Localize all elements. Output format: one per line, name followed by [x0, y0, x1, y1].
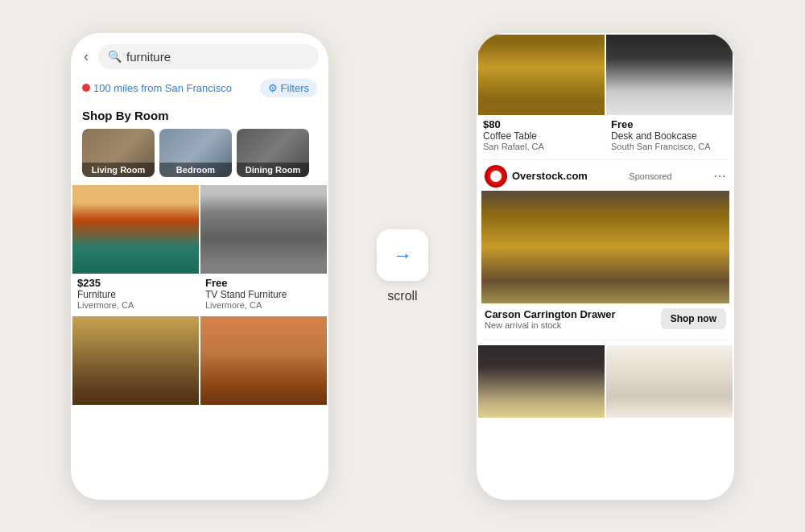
listing-name-coffee: Coffee Table — [483, 130, 600, 142]
scroll-icon-box[interactable]: → — [377, 229, 428, 281]
location-filter-row: 100 miles from San Francisco ⚙ Filters — [71, 76, 328, 104]
shop-by-room-section: Shop By Room Living Room Bedroom Dining … — [71, 104, 328, 184]
bottom-cell-bedroom[interactable] — [606, 345, 733, 418]
product-info-tvstand: Free TV Stand Furniture Livermore, CA — [200, 274, 327, 315]
location-dot-icon — [82, 84, 90, 92]
shop-by-room-title: Shop By Room — [82, 109, 317, 122]
ad-product-details: Carson Carrington Drawer New arrival in … — [485, 308, 616, 330]
listing-price-desk: Free — [611, 118, 728, 130]
product-cell-tvstand[interactable]: Free TV Stand Furniture Livermore, CA — [200, 185, 327, 315]
scene: ‹ 🔍 furniture 100 miles from San Francis… — [0, 0, 805, 532]
room-cards: Living Room Bedroom Dining Room — [82, 129, 317, 177]
listing-name-desk: Desk and Bookcase — [611, 130, 728, 142]
filters-button[interactable]: ⚙ Filters — [260, 79, 317, 97]
product-cell-sofa[interactable]: $235 Furniture Livermore, CA — [72, 185, 199, 315]
sponsor-header: Overstock.com Sponsored ⋯ — [481, 165, 729, 191]
product-name-tvstand: TV Stand Furniture — [205, 289, 322, 300]
shop-now-button[interactable]: Shop now — [661, 308, 726, 329]
listing-info-desk: Free Desk and Bookcase South San Francis… — [606, 115, 733, 155]
product-price-tvstand: Free — [205, 277, 322, 289]
ad-footer: Carson Carrington Drawer New arrival in … — [481, 303, 729, 335]
filter-icon: ⚙ — [268, 82, 278, 94]
arrow-right-icon: → — [393, 244, 412, 266]
search-text: furniture — [126, 50, 171, 64]
search-icon: 🔍 — [108, 50, 122, 63]
search-box[interactable]: 🔍 furniture — [98, 44, 319, 69]
listing-info-coffee: $80 Coffee Table San Rafael, CA — [478, 115, 605, 155]
overstock-logo — [485, 165, 507, 188]
listing-loc-desk: South San Francisco, CA — [611, 142, 728, 151]
listing-grid: $80 Coffee Table San Rafael, CA Free Des… — [477, 33, 734, 156]
product-cell-chandelier[interactable] — [72, 316, 199, 405]
ad-product-name: Carson Carrington Drawer — [485, 308, 616, 320]
search-bar-row: ‹ 🔍 furniture — [71, 33, 328, 76]
sponsor-left: Overstock.com — [485, 165, 588, 188]
ad-product-image[interactable] — [481, 191, 729, 303]
listing-cell-coffee[interactable]: $80 Coffee Table San Rafael, CA — [478, 35, 605, 155]
more-dots-icon[interactable]: ⋯ — [713, 168, 726, 184]
product-price-sofa: $235 — [77, 277, 194, 289]
scroll-button-wrap[interactable]: → scroll — [377, 229, 428, 303]
room-card-dining[interactable]: Dining Room — [237, 129, 309, 177]
left-phone: ‹ 🔍 furniture 100 miles from San Francis… — [71, 33, 328, 500]
product-location-sofa: Livermore, CA — [77, 300, 194, 310]
listing-loc-coffee: San Rafael, CA — [483, 142, 600, 151]
back-button[interactable]: ‹ — [80, 47, 92, 67]
filters-label: Filters — [281, 82, 309, 94]
room-living-label: Living Room — [82, 163, 155, 177]
location-text: 100 miles from San Francisco — [93, 82, 232, 94]
product-grid: $235 Furniture Livermore, CA Free TV Sta… — [71, 184, 328, 406]
bottom-grid — [477, 344, 734, 419]
room-card-living[interactable]: Living Room — [82, 129, 155, 177]
product-cell-table2[interactable] — [200, 316, 327, 405]
right-phone: $80 Coffee Table San Rafael, CA Free Des… — [477, 33, 734, 500]
bottom-cell-kitchen[interactable] — [478, 345, 605, 418]
overstock-inner-circle — [490, 171, 502, 182]
room-bedroom-label: Bedroom — [159, 163, 232, 177]
room-card-bedroom[interactable]: Bedroom — [159, 129, 232, 177]
room-dining-label: Dining Room — [237, 163, 309, 177]
product-info-sofa: $235 Furniture Livermore, CA — [72, 274, 199, 315]
sponsored-badge: Sponsored — [629, 171, 671, 181]
product-location-tvstand: Livermore, CA — [205, 300, 322, 310]
ad-product-sub: New arrival in stock — [485, 320, 616, 330]
sponsor-name: Overstock.com — [512, 170, 588, 182]
product-name-sofa: Furniture — [77, 289, 194, 300]
listing-cell-desk[interactable]: Free Desk and Bookcase South San Francis… — [606, 35, 733, 155]
scroll-label: scroll — [387, 289, 417, 303]
location-label[interactable]: 100 miles from San Francisco — [82, 82, 232, 94]
sponsored-section: Overstock.com Sponsored ⋯ Carson Carring… — [481, 159, 729, 340]
listing-price-coffee: $80 — [483, 118, 600, 130]
